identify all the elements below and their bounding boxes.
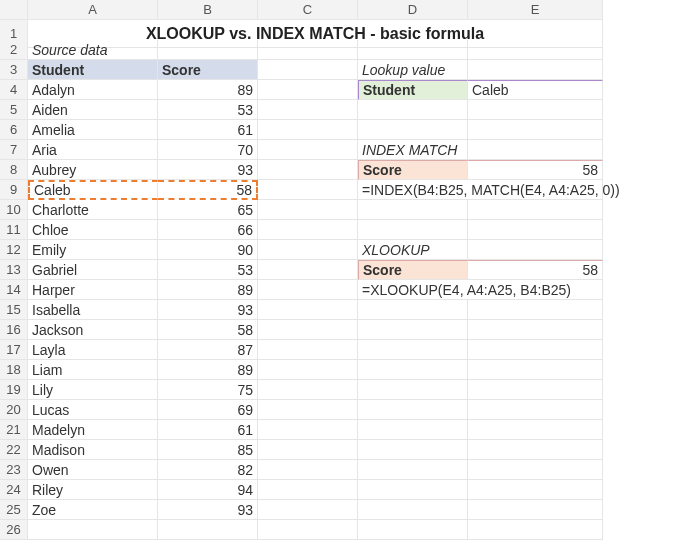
cell-B14[interactable]: 89	[158, 280, 258, 300]
cell-C18[interactable]	[258, 360, 358, 380]
cell-C10[interactable]	[258, 200, 358, 220]
cell-D10[interactable]	[358, 200, 468, 220]
cell-A6[interactable]: Amelia	[28, 120, 158, 140]
row-header-25[interactable]: 25	[0, 500, 28, 520]
row-header-26[interactable]: 26	[0, 520, 28, 540]
cell-B21[interactable]: 61	[158, 420, 258, 440]
row-header-17[interactable]: 17	[0, 340, 28, 360]
col-header-E[interactable]: E	[468, 0, 603, 20]
cell-B7[interactable]: 70	[158, 140, 258, 160]
cell-C4[interactable]	[258, 80, 358, 100]
cell-B17[interactable]: 87	[158, 340, 258, 360]
cell-E11[interactable]	[468, 220, 603, 240]
corner-cell[interactable]	[0, 0, 28, 20]
cell-B10[interactable]: 65	[158, 200, 258, 220]
cell-E23[interactable]	[468, 460, 603, 480]
cell-D26[interactable]	[358, 520, 468, 540]
cell-B12[interactable]: 90	[158, 240, 258, 260]
cell-B16[interactable]: 58	[158, 320, 258, 340]
cell-E4[interactable]: Caleb	[468, 80, 603, 100]
cell-B23[interactable]: 82	[158, 460, 258, 480]
cell-D21[interactable]	[358, 420, 468, 440]
cell-E12[interactable]	[468, 240, 603, 260]
cell-A26[interactable]	[28, 520, 158, 540]
cell-A14[interactable]: Harper	[28, 280, 158, 300]
row-header-2[interactable]: 2	[0, 40, 28, 60]
cell-D19[interactable]	[358, 380, 468, 400]
cell-B8[interactable]: 93	[158, 160, 258, 180]
row-header-18[interactable]: 18	[0, 360, 28, 380]
cell-D5[interactable]	[358, 100, 468, 120]
cell-A4[interactable]: Adalyn	[28, 80, 158, 100]
row-header-19[interactable]: 19	[0, 380, 28, 400]
cell-C25[interactable]	[258, 500, 358, 520]
row-header-12[interactable]: 12	[0, 240, 28, 260]
cell-C3[interactable]	[258, 60, 358, 80]
cell-E24[interactable]	[468, 480, 603, 500]
cell-B4[interactable]: 89	[158, 80, 258, 100]
cell-D3[interactable]: Lookup value	[358, 60, 468, 80]
cell-A8[interactable]: Aubrey	[28, 160, 158, 180]
col-header-B[interactable]: B	[158, 0, 258, 20]
cell-B6[interactable]: 61	[158, 120, 258, 140]
row-header-21[interactable]: 21	[0, 420, 28, 440]
cell-C19[interactable]	[258, 380, 358, 400]
row-header-16[interactable]: 16	[0, 320, 28, 340]
cell-A19[interactable]: Lily	[28, 380, 158, 400]
cell-D25[interactable]	[358, 500, 468, 520]
cell-E18[interactable]	[468, 360, 603, 380]
cell-E15[interactable]	[468, 300, 603, 320]
cell-E26[interactable]	[468, 520, 603, 540]
cell-A25[interactable]: Zoe	[28, 500, 158, 520]
cell-C7[interactable]	[258, 140, 358, 160]
cell-C17[interactable]	[258, 340, 358, 360]
cell-D12[interactable]: XLOOKUP	[358, 240, 468, 260]
cell-D8[interactable]: Score	[358, 160, 468, 180]
cell-C15[interactable]	[258, 300, 358, 320]
row-header-8[interactable]: 8	[0, 160, 28, 180]
cell-C20[interactable]	[258, 400, 358, 420]
row-header-10[interactable]: 10	[0, 200, 28, 220]
cell-B24[interactable]: 94	[158, 480, 258, 500]
cell-E8[interactable]: 58	[468, 160, 603, 180]
row-header-11[interactable]: 11	[0, 220, 28, 240]
col-header-D[interactable]: D	[358, 0, 468, 20]
row-header-20[interactable]: 20	[0, 400, 28, 420]
cell-A11[interactable]: Chloe	[28, 220, 158, 240]
cell-B22[interactable]: 85	[158, 440, 258, 460]
cell-D13[interactable]: Score	[358, 260, 468, 280]
cell-B15[interactable]: 93	[158, 300, 258, 320]
cell-E22[interactable]	[468, 440, 603, 460]
row-header-6[interactable]: 6	[0, 120, 28, 140]
cell-D23[interactable]	[358, 460, 468, 480]
cell-B5[interactable]: 53	[158, 100, 258, 120]
row-header-13[interactable]: 13	[0, 260, 28, 280]
cell-E19[interactable]	[468, 380, 603, 400]
cell-D7[interactable]: INDEX MATCH	[358, 140, 468, 160]
cell-D17[interactable]	[358, 340, 468, 360]
cell-A10[interactable]: Charlotte	[28, 200, 158, 220]
cell-C26[interactable]	[258, 520, 358, 540]
cell-A2[interactable]: Source data	[28, 40, 158, 60]
cell-A18[interactable]: Liam	[28, 360, 158, 380]
cell-C23[interactable]	[258, 460, 358, 480]
cell-E21[interactable]	[468, 420, 603, 440]
cell-E3[interactable]	[468, 60, 603, 80]
cell-B25[interactable]: 93	[158, 500, 258, 520]
cell-A17[interactable]: Layla	[28, 340, 158, 360]
cell-D9[interactable]: =INDEX(B4:B25, MATCH(E4, A4:A25, 0))	[358, 180, 603, 200]
cell-D4[interactable]: Student	[358, 80, 468, 100]
cell-C24[interactable]	[258, 480, 358, 500]
cell-A12[interactable]: Emily	[28, 240, 158, 260]
cell-E7[interactable]	[468, 140, 603, 160]
cell-D11[interactable]	[358, 220, 468, 240]
cell-A15[interactable]: Isabella	[28, 300, 158, 320]
cell-C16[interactable]	[258, 320, 358, 340]
cell-E6[interactable]	[468, 120, 603, 140]
cell-A20[interactable]: Lucas	[28, 400, 158, 420]
col-header-C[interactable]: C	[258, 0, 358, 20]
cell-B26[interactable]	[158, 520, 258, 540]
cell-E17[interactable]	[468, 340, 603, 360]
row-header-7[interactable]: 7	[0, 140, 28, 160]
cell-A24[interactable]: Riley	[28, 480, 158, 500]
